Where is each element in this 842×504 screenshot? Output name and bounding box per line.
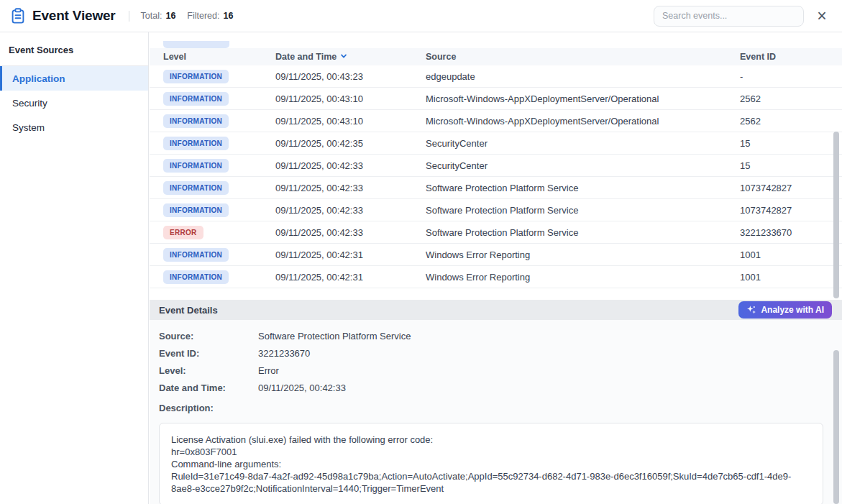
cell-datetime: 09/11/2025, 00:42:33 — [275, 183, 426, 193]
sidebar-item-list: Application Security System — [0, 66, 148, 139]
detail-field-value: 09/11/2025, 00:42:33 — [258, 382, 346, 393]
cell-event-id: - — [740, 71, 828, 82]
table-row[interactable]: INFORMATION 09/11/2025, 00:42:33 Securit… — [150, 155, 842, 177]
chevron-down-icon — [340, 52, 347, 62]
cell-event-id: 15 — [740, 160, 828, 171]
cell-event-id: 2562 — [740, 116, 828, 127]
column-header-date-time-label: Date and Time — [275, 52, 337, 62]
table-header-row: Level Date and Time Source Event ID — [150, 48, 842, 65]
cell-source: edgeupdate — [426, 71, 740, 82]
table-row[interactable]: INFORMATION 09/11/2025, 00:42:33 Softwar… — [150, 177, 842, 199]
cell-level: INFORMATION — [163, 181, 275, 195]
detail-field-label: Level: — [159, 365, 258, 376]
cell-level: INFORMATION — [163, 203, 275, 217]
cell-source: Software Protection Platform Service — [426, 227, 740, 238]
cell-datetime: 09/11/2025, 00:42:31 — [275, 249, 426, 260]
cell-source: Microsoft-Windows-AppXDeploymentServer/O… — [426, 93, 740, 104]
cell-level: INFORMATION — [163, 159, 275, 173]
filtered-label: Filtered: — [187, 11, 219, 21]
scrolled-row-badge-sliver — [163, 41, 229, 48]
level-badge: INFORMATION — [163, 181, 229, 195]
table-row[interactable]: INFORMATION 09/11/2025, 00:43:10 Microso… — [150, 88, 842, 110]
sidebar-item[interactable]: System — [0, 115, 148, 139]
description-line: RuleId=31e71c49-8da7-4a2f-ad92-45d98a1c7… — [171, 470, 811, 495]
sidebar-item-label: Security — [12, 98, 47, 109]
search-input[interactable] — [654, 6, 804, 27]
column-header-event-id-label: Event ID — [740, 52, 776, 62]
column-header-source[interactable]: Source — [426, 52, 740, 62]
column-header-date-time[interactable]: Date and Time — [275, 52, 426, 62]
level-badge: INFORMATION — [163, 137, 229, 150]
description-label: Description: — [159, 403, 823, 413]
level-badge: INFORMATION — [163, 270, 229, 284]
close-button[interactable]: × — [811, 5, 833, 27]
column-header-event-id[interactable]: Event ID — [740, 52, 828, 62]
cell-source: SecurityCenter — [426, 138, 740, 149]
cell-source: Software Protection Platform Service — [426, 183, 740, 193]
cell-event-id: 1073742827 — [740, 205, 828, 216]
description-lines: License Activation (slui.exe) failed wit… — [171, 434, 811, 495]
event-sources-sidebar: Event Sources Application Security Syste… — [0, 32, 149, 504]
cell-source: Windows Error Reporting — [426, 272, 740, 283]
detail-field-label: Event ID: — [159, 348, 258, 359]
cell-datetime: 09/11/2025, 00:43:10 — [275, 116, 426, 127]
table-row[interactable]: INFORMATION 09/11/2025, 00:42:31 Windows… — [150, 244, 842, 266]
total-value: 16 — [165, 11, 175, 21]
filtered-count: Filtered: 16 — [187, 11, 233, 21]
cell-datetime: 09/11/2025, 00:42:33 — [275, 205, 426, 216]
level-badge: INFORMATION — [163, 203, 229, 217]
description-line: License Activation (slui.exe) failed wit… — [171, 434, 811, 446]
cell-datetime: 09/11/2025, 00:42:33 — [275, 160, 426, 171]
cell-level: ERROR — [163, 226, 275, 239]
cell-event-id: 1001 — [740, 272, 828, 283]
table-row[interactable]: INFORMATION 09/11/2025, 00:42:35 Securit… — [150, 132, 842, 155]
total-label: Total: — [141, 11, 163, 21]
event-details-panel: Source: Software Protection Platform Ser… — [150, 320, 842, 504]
cell-source: Microsoft-Windows-AppXDeploymentServer/O… — [426, 116, 740, 127]
level-badge: INFORMATION — [163, 70, 229, 83]
detail-field-row: Level: Error — [159, 365, 823, 376]
event-viewer-window: Event Viewer Total: 16 Filtered: 16 × Ev… — [0, 0, 842, 504]
description-line: Command-line arguments: — [171, 458, 811, 470]
column-header-level[interactable]: Level — [163, 52, 275, 62]
details-scrollbar-thumb[interactable] — [833, 350, 839, 504]
description-box: License Activation (slui.exe) failed wit… — [159, 423, 823, 504]
table-row[interactable]: INFORMATION 09/11/2025, 00:43:10 Microso… — [150, 110, 842, 132]
cell-datetime: 09/11/2025, 00:42:35 — [275, 138, 426, 149]
table-row[interactable]: INFORMATION 09/11/2025, 00:42:33 Softwar… — [150, 199, 842, 221]
description-line: hr=0x803F7001 — [171, 446, 811, 458]
page-title: Event Viewer — [32, 8, 116, 24]
cell-event-id: 1073742827 — [740, 183, 828, 193]
cell-source: SecurityCenter — [426, 160, 740, 171]
table-row[interactable]: ERROR 09/11/2025, 00:42:33 Software Prot… — [150, 221, 842, 244]
level-badge: INFORMATION — [163, 248, 229, 262]
detail-field-value: Software Protection Platform Service — [258, 331, 411, 342]
cell-datetime: 09/11/2025, 00:43:23 — [275, 71, 426, 82]
level-badge: ERROR — [163, 226, 203, 239]
cell-event-id: 1001 — [740, 249, 828, 260]
total-count: Total: 16 — [141, 11, 176, 21]
app-header: Event Viewer Total: 16 Filtered: 16 × — [0, 0, 842, 32]
column-header-level-label: Level — [163, 52, 186, 62]
sidebar-item[interactable]: Application — [0, 66, 148, 91]
sidebar-item-label: System — [12, 122, 45, 133]
table-row[interactable]: INFORMATION 09/11/2025, 00:43:23 edgeupd… — [150, 65, 842, 88]
table-row[interactable]: INFORMATION 09/11/2025, 00:42:31 Windows… — [150, 266, 842, 288]
level-badge: INFORMATION — [163, 159, 229, 173]
cell-level: INFORMATION — [163, 248, 275, 262]
clipboard-icon — [11, 8, 25, 24]
analyze-with-ai-button[interactable]: Analyze with AI — [738, 301, 832, 319]
cell-datetime: 09/11/2025, 00:43:10 — [275, 93, 426, 104]
sparkle-icon — [746, 305, 756, 315]
detail-field-value: 3221233670 — [258, 348, 310, 359]
cell-source: Windows Error Reporting — [426, 249, 740, 260]
column-header-source-label: Source — [426, 52, 456, 62]
cell-level: INFORMATION — [163, 114, 275, 128]
table-scrollbar-thumb[interactable] — [833, 132, 839, 298]
detail-fields: Source: Software Protection Platform Ser… — [159, 331, 823, 393]
header-divider — [129, 11, 129, 22]
sidebar-item[interactable]: Security — [0, 91, 148, 115]
cell-event-id: 15 — [740, 138, 828, 149]
detail-field-row: Source: Software Protection Platform Ser… — [159, 331, 823, 342]
level-badge: INFORMATION — [163, 114, 229, 128]
